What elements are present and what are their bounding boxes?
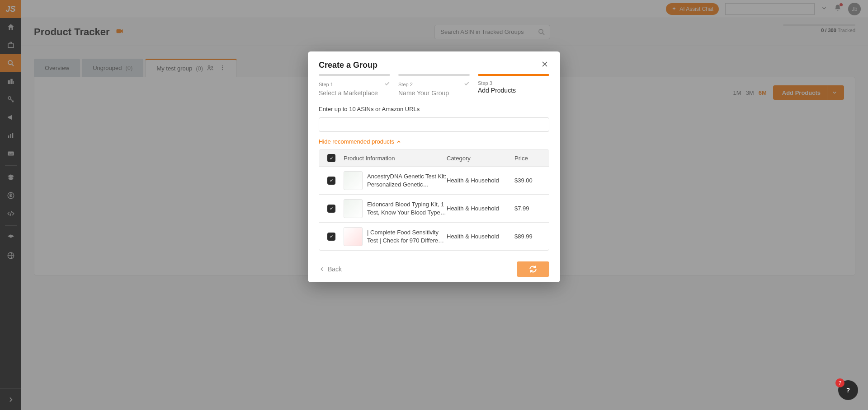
refresh-icon	[528, 265, 538, 274]
modal-title: Create a Group	[319, 61, 377, 70]
create-group-modal: Create a Group Step 1 Select a Marketpla…	[308, 51, 560, 282]
step-name: Select a Marketplace	[319, 89, 390, 97]
product-thumbnail	[344, 171, 363, 190]
chevron-left-icon	[319, 266, 325, 272]
header-category: Category	[447, 155, 514, 162]
check-icon	[463, 80, 470, 89]
help-chat-button[interactable]: 7 ?	[838, 380, 858, 400]
submit-button[interactable]	[517, 261, 549, 277]
step-3: Step 3 Add Products	[478, 74, 549, 97]
modal-footer: Back	[308, 256, 560, 282]
step-number: Step 2	[398, 82, 413, 87]
product-name: Eldoncard Blood Typing Kit, 1 Test, Know…	[367, 200, 447, 216]
product-name: | Complete Food Sensitivity Test | Check…	[367, 228, 447, 244]
hide-recommended-label: Hide recommended products	[319, 138, 394, 145]
recommended-products-table: ✓ Product Information Category Price ✓ A…	[319, 149, 549, 251]
modal-body: Enter up to 10 ASINs or Amazon URLs Hide…	[308, 103, 560, 256]
select-all-checkbox[interactable]: ✓	[327, 154, 335, 162]
product-category: Health & Household	[447, 205, 514, 212]
step-1: Step 1 Select a Marketplace	[319, 74, 390, 97]
back-label: Back	[328, 266, 342, 273]
product-thumbnail	[344, 227, 363, 246]
product-row: ✓ Eldoncard Blood Typing Kit, 1 Test, Kn…	[319, 194, 549, 222]
step-name: Name Your Group	[398, 89, 470, 97]
chevron-up-icon	[396, 139, 401, 144]
step-number: Step 1	[319, 82, 333, 87]
row-checkbox[interactable]: ✓	[327, 177, 335, 185]
table-header-row: ✓ Product Information Category Price	[319, 150, 549, 166]
svg-text:?: ?	[846, 387, 850, 394]
check-icon	[384, 80, 390, 89]
question-icon: ?	[843, 385, 853, 395]
step-indicator: Step 1 Select a Marketplace Step 2 Name …	[308, 74, 560, 103]
step-number: Step 3	[478, 80, 492, 86]
header-product-info: Product Information	[344, 155, 447, 162]
row-checkbox[interactable]: ✓	[327, 233, 335, 241]
close-icon[interactable]	[540, 60, 549, 70]
modal-header: Create a Group	[308, 51, 560, 74]
back-button[interactable]: Back	[319, 266, 342, 273]
asin-input-label: Enter up to 10 ASINs or Amazon URLs	[319, 106, 420, 112]
product-name: AncestryDNA Genetic Test Kit: Personaliz…	[367, 172, 447, 188]
product-thumbnail	[344, 199, 363, 218]
product-category: Health & Household	[447, 177, 514, 184]
step-name: Add Products	[478, 87, 549, 94]
product-price: $89.99	[514, 233, 549, 240]
product-row: ✓ | Complete Food Sensitivity Test | Che…	[319, 222, 549, 250]
asin-input[interactable]	[319, 117, 549, 132]
product-price: $39.00	[514, 177, 549, 184]
product-price: $7.99	[514, 205, 549, 212]
header-price: Price	[514, 155, 549, 162]
hide-recommended-toggle[interactable]: Hide recommended products	[319, 138, 555, 145]
product-category: Health & Household	[447, 233, 514, 240]
product-row: ✓ AncestryDNA Genetic Test Kit: Personal…	[319, 166, 549, 194]
help-badge: 7	[835, 378, 844, 387]
step-2: Step 2 Name Your Group	[398, 74, 470, 97]
row-checkbox[interactable]: ✓	[327, 205, 335, 213]
